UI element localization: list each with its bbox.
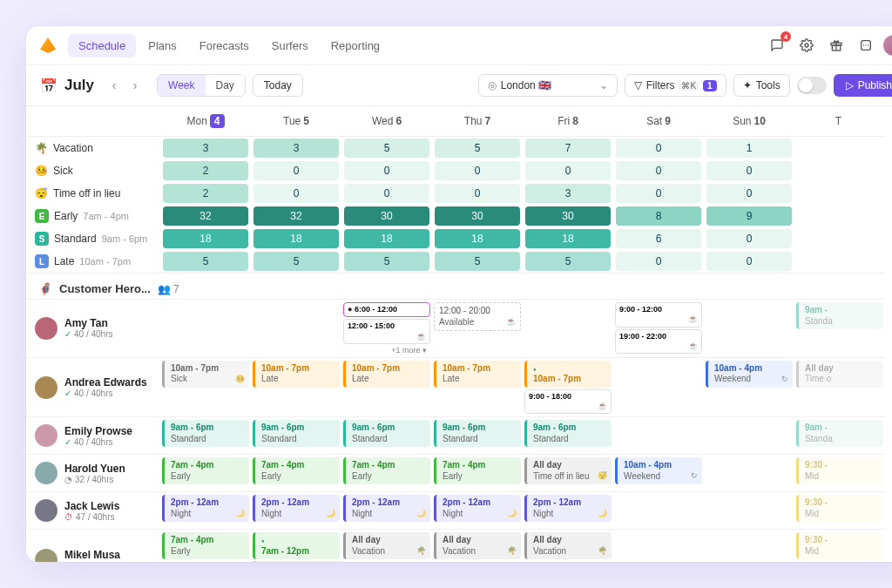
- summary-cell[interactable]: 5: [160, 250, 251, 273]
- shift-block[interactable]: 7am - 12pm: [253, 532, 340, 559]
- shift-block[interactable]: 9am -Standa: [796, 302, 883, 329]
- tools-button[interactable]: ✦ Tools: [733, 74, 790, 97]
- shift-block[interactable]: All dayVacation🌴: [524, 532, 612, 559]
- shift-block[interactable]: ● 6:00 - 12:00: [343, 302, 430, 317]
- shift-block[interactable]: All dayTime off in lieu😴: [524, 457, 612, 484]
- schedule-cell[interactable]: All dayVacation🌴: [341, 529, 432, 562]
- schedule-cell[interactable]: 9:00 - 12:00☕19:00 - 22:00☕: [613, 299, 704, 357]
- view-toggle[interactable]: [797, 77, 827, 94]
- day-header[interactable]: Sun10: [704, 106, 794, 137]
- summary-cell[interactable]: 0: [613, 182, 704, 205]
- schedule-cell[interactable]: 10am - 4pmWeekend↻: [613, 454, 704, 491]
- summary-cell[interactable]: 5: [523, 250, 613, 273]
- schedule-cell[interactable]: [613, 529, 704, 562]
- shift-block[interactable]: 9:00 - 12:00☕: [615, 302, 702, 328]
- summary-cell[interactable]: 0: [341, 159, 432, 182]
- schedule-cell[interactable]: All dayTime o: [794, 357, 885, 417]
- shift-block[interactable]: 10am - 4pmWeekend↻: [615, 457, 702, 484]
- summary-cell[interactable]: 0: [704, 182, 794, 205]
- schedule-cell[interactable]: [704, 491, 794, 529]
- summary-cell[interactable]: 0: [613, 137, 704, 159]
- schedule-cell[interactable]: 9am - 6pmStandard: [160, 416, 251, 454]
- schedule-cell[interactable]: 2pm - 12amNight🌙: [523, 491, 613, 529]
- shift-block[interactable]: 19:00 - 22:00☕: [615, 329, 702, 355]
- shift-block[interactable]: 9am - 6pmStandard: [434, 420, 521, 447]
- shift-block[interactable]: 9:30 -Mid: [796, 495, 883, 522]
- summary-cell[interactable]: [794, 182, 885, 205]
- shift-block[interactable]: 12:00 - 20:00Available☕: [434, 302, 521, 331]
- shift-block[interactable]: 9am -Standa: [796, 420, 883, 447]
- schedule-cell[interactable]: [704, 529, 794, 562]
- chat-icon[interactable]: 4: [765, 33, 789, 57]
- summary-cell[interactable]: 5: [432, 137, 523, 159]
- filters-button[interactable]: ▽ Filters ⌘K 1: [625, 74, 726, 97]
- day-header[interactable]: Mon4: [160, 106, 251, 137]
- shift-block[interactable]: 10am - 7pmLate: [434, 361, 521, 388]
- summary-cell[interactable]: 18: [160, 227, 251, 250]
- schedule-cell[interactable]: 10am - 4pmWeekend↻: [704, 357, 794, 417]
- day-header[interactable]: Fri8: [523, 106, 613, 137]
- schedule-cell[interactable]: [704, 416, 794, 454]
- schedule-cell[interactable]: 7am - 4pmEarly: [432, 454, 523, 491]
- person-cell[interactable]: Harold Yuen◔ 32 / 40hrs: [26, 454, 160, 491]
- summary-cell[interactable]: [794, 250, 885, 273]
- apps-icon[interactable]: [854, 33, 878, 57]
- shift-block[interactable]: 2pm - 12amNight🌙: [253, 495, 340, 522]
- summary-cell[interactable]: 3: [160, 137, 251, 159]
- shift-block[interactable]: 10am - 4pmWeekend↻: [706, 361, 793, 388]
- schedule-cell[interactable]: [523, 299, 613, 357]
- schedule-cell[interactable]: All dayVacation🌴: [523, 529, 613, 562]
- person-cell[interactable]: Emily Prowse✓ 40 / 40hrs: [26, 416, 160, 454]
- summary-cell[interactable]: 0: [251, 159, 341, 182]
- summary-cell[interactable]: 30: [523, 205, 613, 227]
- schedule-cell[interactable]: [613, 357, 704, 417]
- summary-cell[interactable]: 32: [160, 205, 251, 227]
- summary-cell[interactable]: 18: [432, 227, 523, 250]
- summary-cell[interactable]: 0: [251, 182, 341, 205]
- person-cell[interactable]: Mikel Musa✓ 37 / 37hrs: [26, 529, 160, 562]
- summary-cell[interactable]: 0: [613, 159, 704, 182]
- summary-cell[interactable]: 5: [251, 250, 341, 273]
- schedule-cell[interactable]: [160, 299, 251, 357]
- schedule-cell[interactable]: 2pm - 12amNight🌙: [160, 491, 251, 529]
- schedule-cell[interactable]: 9am - 6pmStandard: [251, 416, 341, 454]
- shift-block[interactable]: 2pm - 12amNight🌙: [343, 495, 430, 522]
- schedule-cell[interactable]: [613, 491, 704, 529]
- day-header[interactable]: Thu7: [432, 106, 523, 137]
- location-select[interactable]: ◎London 🇬🇧 ⌄: [478, 74, 618, 97]
- summary-cell[interactable]: 5: [432, 250, 523, 273]
- summary-cell[interactable]: 2: [160, 159, 251, 182]
- summary-cell[interactable]: 0: [432, 159, 523, 182]
- shift-block[interactable]: From 12pm🌴: [253, 561, 340, 562]
- summary-cell[interactable]: 30: [341, 205, 432, 227]
- next-button[interactable]: ›: [125, 76, 145, 95]
- view-day[interactable]: Day: [206, 75, 245, 96]
- shift-block[interactable]: 7am - 4pmEarly: [162, 532, 249, 559]
- schedule-cell[interactable]: All dayTime off in lieu😴: [523, 454, 613, 491]
- summary-cell[interactable]: 8: [613, 205, 704, 227]
- schedule-cell[interactable]: 10am - 7pm9:00 - 18:00☕: [523, 357, 613, 417]
- shift-block[interactable]: All dayVacation🌴: [434, 532, 521, 559]
- summary-cell[interactable]: [794, 205, 885, 227]
- summary-cell[interactable]: 0: [704, 250, 794, 273]
- schedule-cell[interactable]: 9am -Standa: [794, 416, 885, 454]
- summary-cell[interactable]: 18: [341, 227, 432, 250]
- prev-button[interactable]: ‹: [105, 76, 124, 95]
- schedule-cell[interactable]: 10am - 7pmLate: [432, 357, 523, 417]
- summary-cell[interactable]: 0: [704, 159, 794, 182]
- nav-link-forecasts[interactable]: Forecasts: [189, 34, 260, 57]
- group-header[interactable]: 🦸Customer Hero...👥 7: [26, 273, 885, 299]
- schedule-cell[interactable]: [704, 299, 794, 357]
- user-avatar[interactable]: [883, 35, 892, 56]
- shift-block[interactable]: 10am - 7pmSick🤒: [162, 361, 249, 388]
- shift-block[interactable]: 9am - 6pmStandard: [343, 420, 430, 447]
- shift-block[interactable]: 9am - 6pmStandard: [162, 420, 249, 447]
- view-week[interactable]: Week: [158, 75, 205, 96]
- summary-cell[interactable]: [794, 137, 885, 159]
- summary-cell[interactable]: 18: [251, 227, 341, 250]
- summary-cell[interactable]: 7: [523, 137, 613, 159]
- summary-cell[interactable]: 9: [704, 205, 794, 227]
- schedule-cell[interactable]: 2pm - 12amNight🌙: [341, 491, 432, 529]
- nav-link-reporting[interactable]: Reporting: [321, 34, 390, 57]
- shift-block[interactable]: 10am - 7pmLate: [253, 361, 340, 388]
